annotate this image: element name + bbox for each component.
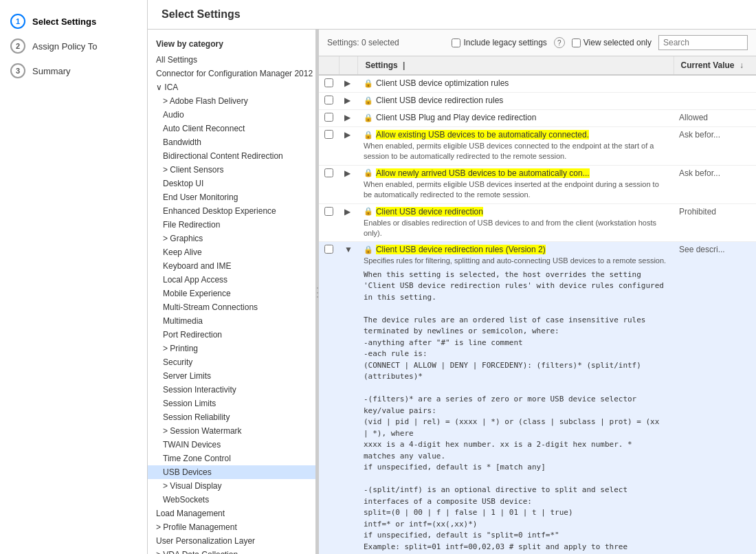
search-input[interactable] <box>658 35 748 50</box>
row-checkbox-7[interactable] <box>324 245 333 254</box>
table-row-4: ▶🔒Allow existing USB devices to be autom… <box>319 127 756 166</box>
category-item-8[interactable]: > Client Sensors <box>148 163 315 177</box>
help-icon[interactable]: ? <box>554 37 565 48</box>
category-item-29[interactable]: Time Zone Control <box>148 452 315 465</box>
row-expand-6[interactable]: ▶ <box>339 203 358 242</box>
settings-count: Settings: 0 selected <box>327 38 399 47</box>
row-expand-2[interactable]: ▶ <box>339 93 358 110</box>
setting-name-5: Allow newly arrived USB devices to be au… <box>376 168 590 178</box>
category-item-32[interactable]: WebSockets <box>148 493 315 507</box>
row-name-cell-1: 🔒Client USB device optimization rules <box>358 75 674 93</box>
table-row-6: ▶🔒Client USB device redirectionEnables o… <box>319 203 756 242</box>
category-item-36[interactable]: > VDA Data Collection <box>148 548 315 554</box>
category-item-0[interactable]: All Settings <box>148 53 315 67</box>
category-item-35[interactable]: User Personalization Layer <box>148 534 315 548</box>
row-value-7: See descri... <box>674 242 756 554</box>
category-item-24[interactable]: Session Interactivity <box>148 383 315 397</box>
row-expand-4[interactable]: ▶ <box>339 127 358 166</box>
setting-desc-4: When enabled, permits eligible USB devic… <box>364 141 668 162</box>
category-item-3[interactable]: > Adobe Flash Delivery <box>148 94 315 108</box>
table-row-5: ▶🔒Allow newly arrived USB devices to be … <box>319 165 756 203</box>
step-label-1: Select Settings <box>32 16 96 27</box>
wizard-sidebar: 1 Select Settings 2 Assign Policy To 3 S… <box>0 0 148 554</box>
wizard-step-3[interactable]: 3 Summary <box>10 63 137 78</box>
setting-desc-6: Enables or disables redirection of USB d… <box>364 218 668 239</box>
row-value-3: Allowed <box>674 110 756 127</box>
row-checkbox-1[interactable] <box>324 78 333 87</box>
step-label-3: Summary <box>32 66 71 76</box>
wizard-step-2[interactable]: 2 Assign Policy To <box>10 38 137 54</box>
category-item-31[interactable]: > Visual Display <box>148 479 315 493</box>
row-name-cell-3: 🔒Client USB Plug and Play device redirec… <box>358 110 674 127</box>
category-item-30[interactable]: USB Devices <box>148 465 315 479</box>
category-item-5[interactable]: Auto Client Reconnect <box>148 122 315 135</box>
row-checkbox-6[interactable] <box>324 207 333 216</box>
row-name-cell-5: 🔒Allow newly arrived USB devices to be a… <box>358 165 674 203</box>
row-value-4: Ask befor... <box>674 127 756 166</box>
category-item-10[interactable]: End User Monitoring <box>148 190 315 204</box>
include-legacy-label[interactable]: Include legacy settings <box>452 38 546 47</box>
row-expand-5[interactable]: ▶ <box>339 165 358 203</box>
row-checkbox-2[interactable] <box>324 96 333 104</box>
category-item-2[interactable]: ∨ ICA <box>148 80 315 94</box>
col-value-header: Current Value ↓ <box>674 56 756 75</box>
category-item-17[interactable]: Mobile Experience <box>148 287 315 300</box>
table-row-7: ▼🔒Client USB device redirection rules (V… <box>319 242 756 554</box>
category-item-11[interactable]: Enhanced Desktop Experience <box>148 204 315 218</box>
category-item-25[interactable]: Session Limits <box>148 397 315 410</box>
category-item-12[interactable]: File Redirection <box>148 218 315 232</box>
view-selected-checkbox[interactable] <box>572 38 581 47</box>
view-selected-label[interactable]: View selected only <box>572 38 652 47</box>
row-checkbox-3[interactable] <box>324 113 333 122</box>
category-item-13[interactable]: > Graphics <box>148 232 315 245</box>
row-expand-7[interactable]: ▼ <box>339 242 358 554</box>
category-item-19[interactable]: Multimedia <box>148 314 315 328</box>
table-row-1: ▶🔒Client USB device optimization rules <box>319 75 756 93</box>
settings-table-container: Settings | Current Value ↓ ▶🔒Client USB … <box>319 56 756 554</box>
page-title: Select Settings <box>148 0 756 30</box>
row-expand-3[interactable]: ▶ <box>339 110 358 127</box>
col-expand-header <box>339 56 358 75</box>
category-item-20[interactable]: Port Redirection <box>148 328 315 342</box>
category-item-21[interactable]: > Printing <box>148 342 315 355</box>
lock-icon-7: 🔒 <box>364 245 373 254</box>
category-item-28[interactable]: TWAIN Devices <box>148 438 315 452</box>
category-item-34[interactable]: > Profile Management <box>148 520 315 534</box>
step-circle-1: 1 <box>10 14 25 29</box>
table-row-2: ▶🔒Client USB device redirection rules <box>319 93 756 110</box>
step-label-2: Assign Policy To <box>32 41 97 52</box>
category-item-26[interactable]: Session Reliability <box>148 410 315 424</box>
category-tree: View by category All SettingsConnector f… <box>148 30 316 554</box>
lock-icon-5: 🔒 <box>364 168 373 177</box>
lock-icon-2: 🔒 <box>364 96 373 105</box>
category-item-14[interactable]: Keep Alive <box>148 245 315 259</box>
setting-name-2: Client USB device redirection rules <box>376 96 503 105</box>
category-item-6[interactable]: Bandwidth <box>148 135 315 149</box>
sort-value-arrow: ↓ <box>740 60 744 70</box>
row-value-2 <box>674 93 756 110</box>
sort-arrow: | <box>403 60 405 70</box>
category-item-18[interactable]: Multi-Stream Connections <box>148 300 315 314</box>
category-item-16[interactable]: Local App Access <box>148 273 315 287</box>
row-checkbox-4[interactable] <box>324 130 333 139</box>
main-content: Select Settings View by category All Set… <box>148 0 756 554</box>
row-value-5: Ask befor... <box>674 165 756 203</box>
category-item-4[interactable]: Audio <box>148 108 315 122</box>
category-item-7[interactable]: Bidirectional Content Redirection <box>148 149 315 163</box>
category-item-22[interactable]: Security <box>148 355 315 369</box>
category-item-27[interactable]: > Session Watermark <box>148 424 315 438</box>
row-checkbox-5[interactable] <box>324 168 333 177</box>
category-item-15[interactable]: Keyboard and IME <box>148 259 315 273</box>
lock-icon-6: 🔒 <box>364 207 373 216</box>
row-value-6: Prohibited <box>674 203 756 242</box>
category-item-9[interactable]: Desktop UI <box>148 177 315 190</box>
category-item-1[interactable]: Connector for Configuration Manager 2012 <box>148 67 315 80</box>
row-name-cell-2: 🔒Client USB device redirection rules <box>358 93 674 110</box>
settings-toolbar: Settings: 0 selected Include legacy sett… <box>319 30 756 56</box>
category-item-23[interactable]: Server Limits <box>148 369 315 383</box>
category-item-33[interactable]: Load Management <box>148 507 315 520</box>
row-expand-1[interactable]: ▶ <box>339 75 358 93</box>
include-legacy-checkbox[interactable] <box>452 38 460 47</box>
settings-panel: Settings: 0 selected Include legacy sett… <box>319 30 756 554</box>
wizard-step-1[interactable]: 1 Select Settings <box>10 14 137 29</box>
